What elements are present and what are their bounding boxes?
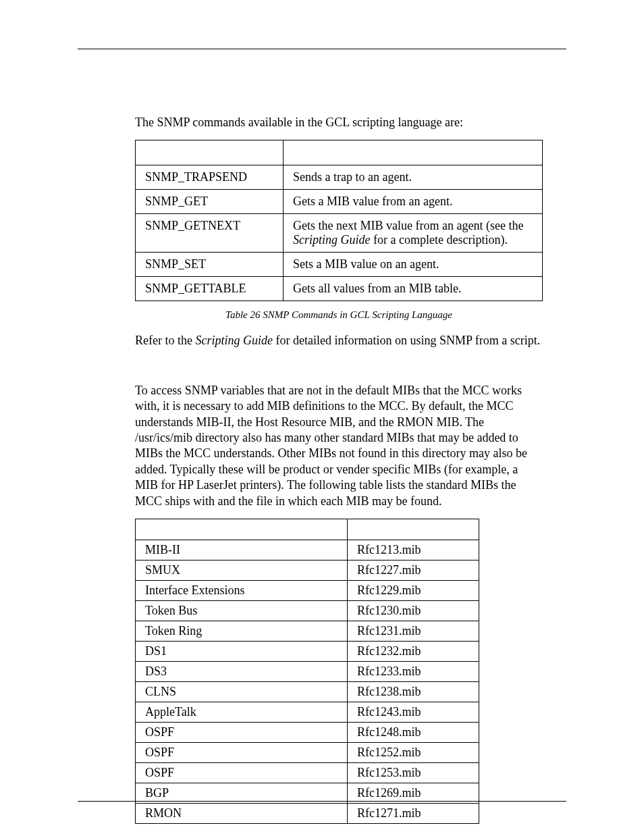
table-row: Interface ExtensionsRfc1229.mib: [136, 580, 479, 600]
text-segment: for a complete description).: [371, 233, 508, 246]
text-segment: Sends a trap to an agent.: [293, 170, 412, 184]
table-header-cell: [348, 519, 479, 540]
table-row: OSPFRfc1252.mib: [136, 742, 479, 762]
mib-access-paragraph: To access SNMP variables that are not in…: [135, 383, 543, 509]
table-header-row: [136, 519, 479, 540]
mib-name-cell: BGP: [136, 783, 348, 803]
mib-files-table: MIB-IIRfc1213.mibSMUXRfc1227.mibInterfac…: [135, 519, 479, 824]
table-caption: Table 26 SNMP Commands in GCL Scripting …: [135, 309, 543, 321]
mib-file-cell: Rfc1231.mib: [348, 621, 479, 641]
command-cell: SNMP_GETTABLE: [136, 277, 284, 301]
mib-name-cell: OSPF: [136, 722, 348, 742]
table-header-cell: [136, 140, 284, 165]
table-row: OSPFRfc1248.mib: [136, 722, 479, 742]
header-rule: [78, 49, 566, 49]
scripting-guide-emphasis: Scripting Guide: [195, 334, 273, 347]
table-row: DS1Rfc1232.mib: [136, 641, 479, 661]
mib-file-cell: Rfc1233.mib: [348, 661, 479, 681]
command-cell: SNMP_GET: [136, 190, 284, 214]
page: The SNMP commands available in the GCL s…: [0, 0, 644, 834]
table-row: SMUXRfc1227.mib: [136, 560, 479, 580]
table-row: SNMP_GETGets a MIB value from an agent.: [136, 190, 543, 214]
table-row: BGPRfc1269.mib: [136, 783, 479, 803]
table-header-cell: [284, 140, 543, 165]
table-row: SNMP_GETNEXTGets the next MIB value from…: [136, 214, 543, 253]
table-row: AppleTalkRfc1243.mib: [136, 702, 479, 722]
page-content: The SNMP commands available in the GCL s…: [135, 115, 543, 824]
mib-name-cell: RMON: [136, 803, 348, 823]
mib-name-cell: Interface Extensions: [136, 580, 348, 600]
mib-name-cell: SMUX: [136, 560, 348, 580]
snmp-commands-table: SNMP_TRAPSENDSends a trap to an agent.SN…: [135, 140, 543, 301]
mib-file-cell: Rfc1269.mib: [348, 783, 479, 803]
scripting-guide-emphasis: Scripting Guide: [293, 233, 371, 246]
text-segment: Sets a MIB value on an agent.: [293, 257, 439, 271]
mib-file-cell: Rfc1238.mib: [348, 681, 479, 702]
mib-name-cell: Token Bus: [136, 600, 348, 621]
mib-file-cell: Rfc1271.mib: [348, 803, 479, 823]
mib-file-cell: Rfc1253.mib: [348, 762, 479, 783]
mib-name-cell: OSPF: [136, 762, 348, 783]
mib-file-cell: Rfc1232.mib: [348, 641, 479, 661]
description-cell: Gets a MIB value from an agent.: [284, 190, 543, 214]
mib-name-cell: DS1: [136, 641, 348, 661]
description-cell: Sets a MIB value on an agent.: [284, 253, 543, 277]
text-segment: Gets a MIB value from an agent.: [293, 194, 452, 208]
mib-name-cell: MIB-II: [136, 540, 348, 560]
text-segment: Gets the next MIB value from an agent (s…: [293, 219, 523, 232]
mib-name-cell: DS3: [136, 661, 348, 681]
command-cell: SNMP_TRAPSEND: [136, 165, 284, 190]
mib-name-cell: Token Ring: [136, 621, 348, 641]
table-row: MIB-IIRfc1213.mib: [136, 540, 479, 560]
table-row: DS3Rfc1233.mib: [136, 661, 479, 681]
mib-name-cell: OSPF: [136, 742, 348, 762]
mib-file-cell: Rfc1229.mib: [348, 580, 479, 600]
table-row: SNMP_SETSets a MIB value on an agent.: [136, 253, 543, 277]
mib-file-cell: Rfc1248.mib: [348, 722, 479, 742]
mib-file-cell: Rfc1252.mib: [348, 742, 479, 762]
mib-file-cell: Rfc1227.mib: [348, 560, 479, 580]
mib-file-cell: Rfc1243.mib: [348, 702, 479, 722]
table-row: SNMP_GETTABLEGets all values from an MIB…: [136, 277, 543, 301]
description-cell: Gets all values from an MIB table.: [284, 277, 543, 301]
command-cell: SNMP_GETNEXT: [136, 214, 284, 253]
description-cell: Gets the next MIB value from an agent (s…: [284, 214, 543, 253]
text-segment: Refer to the: [135, 334, 195, 347]
mib-file-cell: Rfc1213.mib: [348, 540, 479, 560]
mib-file-cell: Rfc1230.mib: [348, 600, 479, 621]
table-header-row: [136, 140, 543, 165]
text-segment: Gets all values from an MIB table.: [293, 282, 461, 295]
table-row: CLNSRfc1238.mib: [136, 681, 479, 702]
text-segment: for detailed information on using SNMP f…: [273, 334, 540, 347]
command-cell: SNMP_SET: [136, 253, 284, 277]
table-header-cell: [136, 519, 348, 540]
intro-paragraph: The SNMP commands available in the GCL s…: [135, 115, 543, 130]
vertical-spacer: [135, 359, 543, 383]
table-row: Token BusRfc1230.mib: [136, 600, 479, 621]
table-row: RMONRfc1271.mib: [136, 803, 479, 823]
table-row: OSPFRfc1253.mib: [136, 762, 479, 783]
description-cell: Sends a trap to an agent.: [284, 165, 543, 190]
table-row: SNMP_TRAPSENDSends a trap to an agent.: [136, 165, 543, 190]
footer-rule: [78, 801, 566, 802]
mib-name-cell: AppleTalk: [136, 702, 348, 722]
refer-paragraph: Refer to the Scripting Guide for detaile…: [135, 333, 543, 348]
mib-name-cell: CLNS: [136, 681, 348, 702]
table-row: Token RingRfc1231.mib: [136, 621, 479, 641]
